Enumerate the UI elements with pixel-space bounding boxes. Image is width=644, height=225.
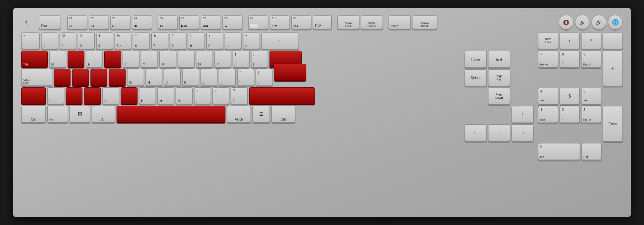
key-space[interactable] <box>117 106 225 122</box>
key-l[interactable]: L <box>201 69 217 86</box>
key-left[interactable]: ← <box>465 124 487 141</box>
key-d[interactable] <box>90 69 107 86</box>
key-f8[interactable]: F8 ▲ <box>223 15 242 29</box>
key-np-5[interactable]: 5 <box>560 88 580 104</box>
key-u[interactable]: U <box>159 51 176 67</box>
key-np-6[interactable]: 6 → <box>581 88 601 104</box>
key-end[interactable]: End <box>488 51 510 68</box>
key-pagedown[interactable]: PageDown <box>488 88 510 104</box>
key-fn[interactable]: Fn <box>47 106 68 122</box>
key-f1[interactable]: F1 ⊘ <box>67 15 87 29</box>
key-pause[interactable]: PauseBreak <box>412 15 437 29</box>
key-insert[interactable]: Insert <box>389 15 411 29</box>
key-pageup[interactable]: PageUp <box>488 69 510 86</box>
key-comma[interactable]: < , <box>194 87 211 104</box>
key-y[interactable]: Y <box>141 51 158 67</box>
key-np-enter[interactable]: Enter <box>603 106 623 142</box>
key-altgr[interactable]: Alt Gr <box>227 106 251 122</box>
key-quote[interactable]: " ' <box>237 69 254 86</box>
key-p[interactable]: P <box>214 51 231 67</box>
key-np-2[interactable]: 2 ↓ <box>560 106 580 123</box>
key-9[interactable]: ( 9 <box>188 32 205 49</box>
key-lctrl[interactable]: Ctrl <box>21 106 46 122</box>
key-e[interactable]: E <box>86 51 103 67</box>
key-f2[interactable]: F2 ⏮ <box>89 15 109 29</box>
key-semicolon[interactable]: : ; <box>219 69 236 86</box>
key-lshift[interactable] <box>21 87 46 104</box>
key-np-dot[interactable]: . Del <box>582 143 601 160</box>
key-8[interactable]: * 8 <box>170 32 186 49</box>
key-f7[interactable]: F7 ⏭⏭ <box>201 15 221 29</box>
key-f5[interactable]: F5 ⏯ <box>158 15 178 29</box>
key-prtsc[interactable]: PrtScSysRq <box>361 15 383 29</box>
key-g[interactable]: G <box>127 69 144 86</box>
key-f4[interactable]: F4 ⏹ <box>132 15 152 29</box>
key-np-minus[interactable]: — <box>603 32 623 49</box>
key-t[interactable]: T <box>123 51 139 67</box>
key-scroll-lock[interactable]: ScrollLock <box>337 15 359 29</box>
key-np-8[interactable]: 8 ↑ <box>560 51 580 67</box>
mute-button[interactable]: 🔇 <box>559 15 573 30</box>
key-lalt[interactable]: Alt <box>92 106 115 122</box>
key-a[interactable] <box>54 69 71 86</box>
key-intl-backslash[interactable]: | \ <box>47 87 64 104</box>
key-f12[interactable]: F12 <box>313 15 332 29</box>
key-5[interactable]: % 5 € <box>115 32 131 49</box>
key-tab[interactable]: Tab <box>21 51 48 67</box>
key-h[interactable]: H <box>146 69 162 86</box>
vol-down-button[interactable]: 🔉 <box>575 15 590 30</box>
key-np-slash[interactable]: / <box>560 32 580 49</box>
key-rshift[interactable] <box>249 87 315 104</box>
key-3[interactable]: # 3 <box>78 32 95 49</box>
key-1[interactable]: ! 1 <box>41 32 58 49</box>
key-period[interactable]: > . <box>213 87 229 104</box>
key-k[interactable]: K <box>182 69 199 86</box>
key-q[interactable]: Q <box>49 51 66 67</box>
key-4[interactable]: $ 4 <box>96 32 113 49</box>
key-n[interactable]: N <box>157 87 174 104</box>
key-backslash-near-enter[interactable]: | \ <box>256 69 272 86</box>
key-0[interactable]: ) 0 <box>206 32 223 49</box>
key-c[interactable]: C <box>102 87 119 104</box>
key-f9[interactable]: F9 ⬜⬜ <box>248 15 268 29</box>
key-win[interactable]: ⊞ <box>70 106 90 122</box>
key-backtick[interactable]: ~ ` <box>21 32 40 49</box>
key-np-9[interactable]: 9 Pg Up <box>581 51 601 67</box>
key-np-star[interactable]: * <box>581 32 601 49</box>
key-delete[interactable]: Delete <box>465 69 487 86</box>
globe-button[interactable]: 🌐 <box>608 15 623 30</box>
key-enter-bottom[interactable] <box>274 64 306 81</box>
key-w[interactable] <box>68 51 84 67</box>
key-lbracket[interactable]: { [ <box>233 51 250 67</box>
key-numlock[interactable]: NumLock <box>538 32 558 49</box>
key-down[interactable]: ↓ <box>488 124 510 141</box>
key-j[interactable]: J <box>164 69 181 86</box>
key-x[interactable] <box>84 87 101 104</box>
key-menu[interactable]: ☰ <box>252 106 270 122</box>
key-f6[interactable]: F6 ▶⏭ <box>179 15 199 29</box>
key-z[interactable] <box>66 87 82 104</box>
key-7[interactable]: & 7 <box>151 32 168 49</box>
key-f10[interactable]: F10 ⊡▼ <box>270 15 290 29</box>
key-f3[interactable]: F3 ⏭ <box>110 15 130 29</box>
key-m[interactable]: M <box>176 87 193 104</box>
key-b[interactable]: B <box>139 87 156 104</box>
key-np-plus[interactable]: + <box>603 51 623 86</box>
key-minus[interactable]: _ — <box>225 32 242 49</box>
key-np-7[interactable]: 7 Home <box>538 51 558 67</box>
key-backspace[interactable]: ← <box>261 32 299 49</box>
key-2[interactable]: @ 2 <box>60 32 76 49</box>
key-v[interactable] <box>121 87 137 104</box>
key-rctrl[interactable]: Ctrl <box>271 106 295 122</box>
key-np-0[interactable]: 0 Ins <box>538 143 580 160</box>
key-s[interactable] <box>72 69 89 86</box>
key-home[interactable]: Home <box>465 51 487 68</box>
key-f11[interactable]: F11 ⊠▲ <box>291 15 311 29</box>
key-f[interactable] <box>109 69 126 86</box>
key-np-3[interactable]: 3 Pg Dn <box>581 106 601 123</box>
key-i[interactable]: I <box>178 51 194 67</box>
key-r[interactable] <box>104 51 121 67</box>
key-right[interactable]: → <box>512 124 534 141</box>
key-slash[interactable]: ? / <box>231 87 248 104</box>
key-np-4[interactable]: 4 ← <box>538 88 558 104</box>
